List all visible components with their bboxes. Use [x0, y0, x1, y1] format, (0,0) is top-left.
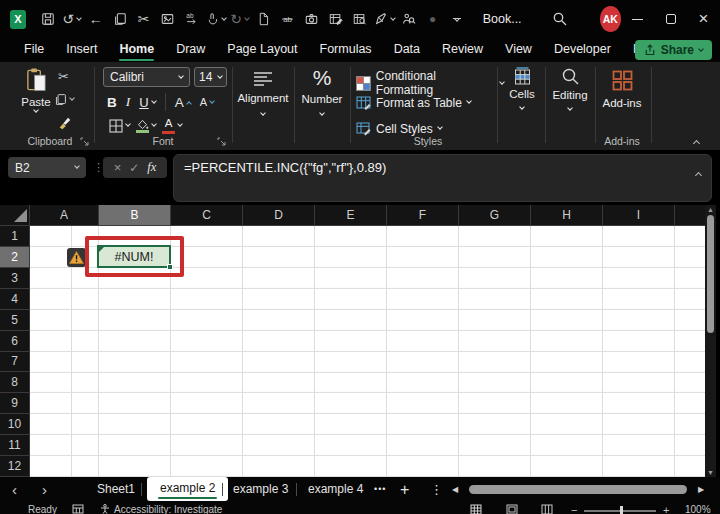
- scroll-down-icon[interactable]: ▼: [705, 469, 716, 476]
- new-file-icon[interactable]: [252, 6, 276, 32]
- tab-data[interactable]: Data: [383, 38, 431, 62]
- row-header-1[interactable]: 1: [0, 226, 30, 247]
- sheet-tab-sheet1[interactable]: Sheet1: [97, 477, 135, 502]
- zoom-out-button[interactable]: −: [571, 504, 577, 514]
- form-edit-icon[interactable]: [324, 6, 348, 32]
- touch-mode-icon[interactable]: [204, 6, 228, 32]
- horizontal-scrollbar-thumb[interactable]: [469, 485, 687, 494]
- italic-button[interactable]: I: [126, 94, 131, 110]
- column-header-partial[interactable]: [675, 205, 705, 225]
- collapse-ribbon-button[interactable]: [694, 132, 699, 150]
- row-header-8[interactable]: 8: [0, 372, 30, 393]
- row-header-10[interactable]: 10: [0, 414, 30, 435]
- sheet-tab-example4[interactable]: example 4: [308, 477, 363, 502]
- column-header-h[interactable]: H: [531, 205, 603, 225]
- tab-view[interactable]: View: [494, 38, 543, 62]
- tab-formulas[interactable]: Formulas: [309, 38, 383, 62]
- zoom-level[interactable]: 100%: [685, 504, 711, 514]
- tab-home[interactable]: Home: [108, 38, 165, 62]
- column-header-c[interactable]: C: [171, 205, 243, 225]
- sheet-tab-example3[interactable]: example 3: [233, 477, 288, 502]
- cells-button[interactable]: Cells: [499, 67, 545, 109]
- scroll-up-icon[interactable]: ▲: [705, 206, 716, 213]
- picture-icon[interactable]: [156, 6, 180, 32]
- column-header-f[interactable]: F: [387, 205, 459, 225]
- cell-styles-button[interactable]: Cell Styles: [356, 121, 442, 136]
- form-search-icon[interactable]: [348, 6, 372, 32]
- bold-button[interactable]: B: [107, 95, 117, 110]
- vertical-scrollbar-thumb[interactable]: [707, 215, 714, 333]
- font-family-select[interactable]: Calibri: [103, 67, 190, 87]
- row-header-3[interactable]: 3: [0, 268, 30, 289]
- expand-formula-bar-icon[interactable]: [696, 166, 701, 181]
- row-header-7[interactable]: 7: [0, 352, 30, 373]
- fill-color-button[interactable]: [136, 119, 156, 133]
- minimize-button[interactable]: [621, 0, 654, 38]
- back-arrow-icon[interactable]: ←: [84, 6, 108, 32]
- cells-area[interactable]: #NUM!: [30, 226, 705, 477]
- row-header-2[interactable]: 2: [0, 247, 30, 268]
- accessibility-status[interactable]: Accessibility: Investigate: [114, 504, 222, 514]
- row-header-4[interactable]: 4: [0, 289, 30, 310]
- cut-icon[interactable]: ✂: [132, 6, 156, 32]
- error-warning-button[interactable]: [67, 248, 86, 267]
- maximize-button[interactable]: [654, 0, 687, 38]
- tab-review[interactable]: Review: [431, 38, 494, 62]
- avatar[interactable]: AK: [600, 6, 621, 32]
- cut-button[interactable]: ✂: [58, 69, 69, 84]
- undo-icon[interactable]: ↺: [60, 6, 84, 32]
- select-all-button[interactable]: [0, 205, 30, 226]
- paste-button[interactable]: Paste: [16, 67, 56, 112]
- format-as-table-button[interactable]: Format as Table: [356, 95, 471, 110]
- cancel-button[interactable]: ×: [114, 160, 122, 175]
- tab-file[interactable]: File: [13, 38, 55, 62]
- copy-button[interactable]: [54, 93, 74, 106]
- redo-icon[interactable]: ↻: [228, 6, 252, 32]
- view-page-layout-button[interactable]: [506, 504, 518, 514]
- clipboard-dialog-launcher[interactable]: [80, 137, 89, 146]
- copy-icon[interactable]: [108, 6, 132, 32]
- macro-record-icon[interactable]: [72, 504, 84, 514]
- column-header-d[interactable]: D: [243, 205, 315, 225]
- hscroll-left-icon[interactable]: ◀: [452, 477, 458, 502]
- column-header-e[interactable]: E: [315, 205, 387, 225]
- insert-function-button[interactable]: fx: [147, 160, 156, 175]
- view-page-break-button[interactable]: [541, 504, 553, 514]
- toolbar-overflow-icon[interactable]: [445, 6, 469, 32]
- tab-developer[interactable]: Developer: [543, 38, 622, 62]
- more-sheets-button[interactable]: •••: [374, 477, 386, 502]
- enter-button[interactable]: ✓: [129, 161, 139, 175]
- excel-logo-icon[interactable]: X: [10, 10, 26, 29]
- font-dialog-launcher[interactable]: [217, 137, 226, 146]
- column-header-b[interactable]: B: [99, 205, 171, 225]
- people-search-icon[interactable]: [397, 6, 421, 32]
- editing-button[interactable]: Editing: [547, 67, 593, 110]
- font-size-select[interactable]: 14: [194, 67, 227, 87]
- alignment-button[interactable]: Alignment: [234, 71, 292, 115]
- decrease-font-button[interactable]: A: [200, 96, 214, 108]
- record-circle-icon[interactable]: ●: [421, 6, 445, 32]
- strikethrough-icon[interactable]: ab: [276, 6, 300, 32]
- sheet-nav-left[interactable]: ‹: [12, 477, 17, 502]
- borders-button[interactable]: [109, 119, 130, 133]
- tab-draw[interactable]: Draw: [165, 38, 216, 62]
- replace-icon[interactable]: ab: [180, 6, 204, 32]
- sheet-nav-right[interactable]: ›: [42, 477, 47, 502]
- number-button[interactable]: % Number: [296, 66, 348, 115]
- vertical-scrollbar[interactable]: ▲ ▼: [705, 205, 716, 477]
- sheet-tab-example2-active[interactable]: example 2: [147, 477, 228, 501]
- zoom-in-button[interactable]: +: [663, 504, 669, 514]
- tab-page-layout[interactable]: Page Layout: [216, 38, 308, 62]
- name-box[interactable]: B2: [8, 157, 86, 178]
- close-button[interactable]: ×: [687, 0, 720, 38]
- new-sheet-button[interactable]: +: [400, 477, 409, 502]
- row-header-9[interactable]: 9: [0, 393, 30, 414]
- column-header-g[interactable]: G: [459, 205, 531, 225]
- font-color-button[interactable]: A: [162, 118, 182, 134]
- row-header-11[interactable]: 11: [0, 435, 30, 456]
- format-painter-button[interactable]: [58, 116, 72, 130]
- conditional-formatting-button[interactable]: Conditional Formatting: [356, 69, 504, 97]
- column-header-i[interactable]: I: [603, 205, 675, 225]
- share-button[interactable]: Share: [635, 40, 712, 60]
- search-icon[interactable]: [548, 6, 572, 32]
